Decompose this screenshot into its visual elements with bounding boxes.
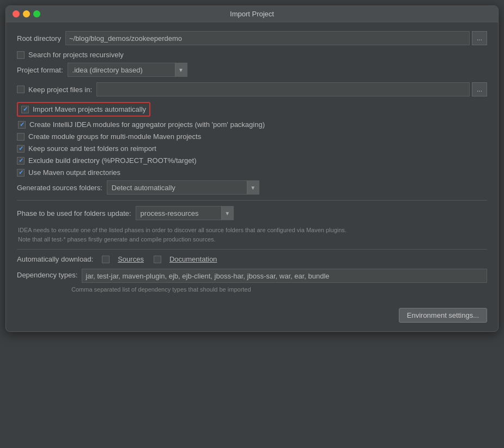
- keep-source-row: Keep source and test folders on reimport: [17, 144, 487, 153]
- use-maven-checkbox[interactable]: [17, 169, 25, 177]
- exclude-build-label: Exclude build directory (%PROJECT_ROOT%/…: [28, 156, 196, 165]
- phase-row: Phase to be used for folders update: pro…: [17, 206, 487, 220]
- keep-project-checkbox[interactable]: [17, 86, 25, 93]
- generated-sources-label: Generated sources folders:: [17, 184, 102, 192]
- keep-project-browse[interactable]: ...: [472, 82, 487, 96]
- dependency-row: Dependency types:: [17, 269, 487, 283]
- project-format-select[interactable]: .idea (directory based) ▼: [68, 63, 187, 77]
- documentation-label: Documentation: [169, 255, 217, 263]
- project-format-label: Project format:: [17, 66, 63, 74]
- root-directory-label: Root directory: [17, 34, 61, 43]
- title-bar: Import Project: [6, 6, 498, 22]
- exclude-build-row: Exclude build directory (%PROJECT_ROOT%/…: [17, 156, 487, 165]
- documentation-checkbox[interactable]: [154, 256, 161, 263]
- phase-hint: IDEA needs to execute one of the listed …: [17, 226, 487, 244]
- use-maven-label: Use Maven output directories: [28, 168, 120, 177]
- generated-sources-arrow[interactable]: ▼: [247, 180, 259, 195]
- create-module-groups-label: Create module groups for multi-module Ma…: [28, 132, 201, 141]
- create-intellij-row: Create IntelliJ IDEA modules for aggrega…: [17, 120, 487, 129]
- project-format-arrow[interactable]: ▼: [175, 63, 187, 77]
- root-directory-browse[interactable]: ...: [472, 31, 487, 45]
- minimize-button[interactable]: [23, 10, 30, 17]
- sources-checkbox[interactable]: [102, 256, 110, 263]
- close-button[interactable]: [13, 10, 20, 17]
- form-content: Root directory ... Search for projects r…: [6, 22, 498, 301]
- root-directory-input[interactable]: [65, 31, 470, 45]
- environment-settings-button[interactable]: Environment settings...: [399, 308, 487, 323]
- dependency-label: Dependency types:: [17, 269, 77, 279]
- divider-1: [17, 200, 487, 201]
- project-format-value: .idea (directory based): [68, 64, 175, 76]
- search-recursively-label: Search for projects recursively: [28, 51, 124, 59]
- maximize-button[interactable]: [33, 10, 40, 17]
- import-project-window: Import Project Root directory ... Search…: [5, 5, 499, 332]
- phase-select[interactable]: process-resources ▼: [136, 206, 234, 220]
- sources-label: Sources: [118, 255, 144, 263]
- use-maven-row: Use Maven output directories: [17, 168, 487, 177]
- keep-project-label: Keep project files in:: [28, 86, 92, 94]
- auto-download-row: Automatically download: Sources Document…: [17, 255, 487, 263]
- generated-sources-row: Generated sources folders: Detect automa…: [17, 180, 487, 195]
- create-module-groups-row: Create module groups for multi-module Ma…: [17, 132, 487, 141]
- root-directory-row: Root directory ...: [17, 31, 487, 45]
- window-title: Import Project: [230, 10, 274, 18]
- phase-arrow[interactable]: ▼: [221, 206, 233, 220]
- keep-source-label: Keep source and test folders on reimport: [28, 144, 156, 153]
- generated-sources-select[interactable]: Detect automatically ▼: [107, 180, 259, 195]
- phase-label: Phase to be used for folders update:: [17, 209, 131, 217]
- search-recursively-row: Search for projects recursively: [17, 51, 487, 59]
- create-module-groups-checkbox[interactable]: [17, 133, 25, 141]
- keep-project-row: Keep project files in: ...: [17, 82, 487, 96]
- generated-sources-value: Detect automatically: [107, 182, 247, 193]
- phase-value: process-resources: [136, 208, 221, 219]
- keep-source-checkbox[interactable]: [17, 145, 25, 153]
- dependency-hint: Comma separated list of dependency types…: [17, 286, 487, 293]
- import-maven-row: Import Maven projects automatically: [17, 102, 150, 117]
- search-recursively-checkbox[interactable]: [17, 51, 25, 59]
- dependency-input[interactable]: [82, 269, 487, 283]
- bottom-bar: Environment settings...: [6, 301, 498, 331]
- auto-download-label: Automatically download:: [17, 255, 93, 263]
- import-maven-label: Import Maven projects automatically: [33, 105, 146, 113]
- phase-hint-text: IDEA needs to execute one of the listed …: [18, 227, 347, 243]
- keep-project-input[interactable]: [96, 82, 470, 96]
- exclude-build-checkbox[interactable]: [17, 157, 25, 165]
- create-intellij-label: Create IntelliJ IDEA modules for aggrega…: [29, 120, 265, 129]
- traffic-lights: [13, 10, 40, 17]
- divider-2: [17, 249, 487, 250]
- project-format-row: Project format: .idea (directory based) …: [17, 63, 487, 77]
- create-intellij-checkbox[interactable]: [18, 121, 26, 129]
- import-maven-checkbox[interactable]: [21, 106, 29, 113]
